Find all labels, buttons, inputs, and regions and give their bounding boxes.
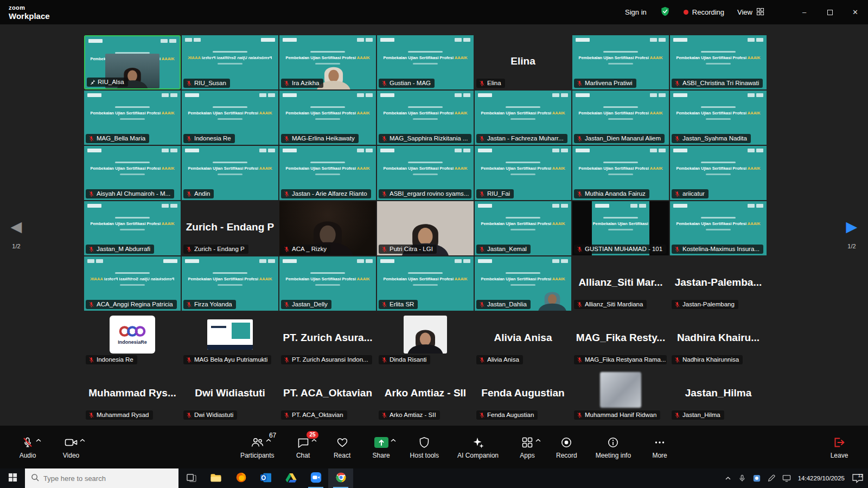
participant-tile-mag-bella-maria[interactable]: Pembekalan Ujian Sertifikasi Profesi AAA…	[84, 91, 181, 145]
participant-tile-pt-zurich-asuransi-indon[interactable]: PT. Zurich Asura...PT. Zurich Asuransi I…	[279, 312, 376, 366]
chevron-up-icon[interactable]	[80, 439, 85, 442]
participant-tile-mag-fika-restyana-rama[interactable]: MAG_Fika Resty...MAG_Fika Restyana Rama.…	[572, 312, 669, 366]
participant-tile-andin[interactable]: Pembekalan Ujian Sertifikasi Profesi AAA…	[182, 146, 278, 200]
maximize-button[interactable]	[817, 0, 843, 24]
participant-tile-dinda-risanti[interactable]: Dinda Risanti	[377, 312, 474, 366]
participant-tile-dwi-widiastuti[interactable]: Dwi WidiastutiDwi Widiastuti	[182, 367, 278, 421]
participant-tile-aca-rizky[interactable]: ACA _ Rizky	[279, 201, 376, 255]
participant-tile-pt-aca-oktavian[interactable]: PT. ACA_OktavianPT. ACA_Oktavian	[279, 367, 376, 421]
chevron-up-icon[interactable]	[535, 439, 541, 442]
toolbar-leave-button[interactable]: Leave	[825, 435, 854, 459]
participant-tile-kostelina-maximus-insura[interactable]: Pembekalan Ujian Sertifikasi Profesi AAA…	[670, 201, 767, 255]
participant-tile-gustian-mag[interactable]: Pembekalan Ujian Sertifikasi Profesi AAA…	[377, 35, 474, 89]
view-button[interactable]: View	[737, 8, 764, 17]
tray-mic-icon[interactable]	[738, 474, 746, 482]
file-explorer-button[interactable]	[203, 468, 228, 488]
participant-tile-firza-yolanda[interactable]: Pembekalan Ujian Sertifikasi Profesi AAA…	[182, 256, 278, 311]
zoom-app-button[interactable]	[303, 468, 328, 488]
participant-tile-jastan-kemal[interactable]: Pembekalan Ujian Sertifikasi Profesi AAA…	[475, 201, 571, 255]
participant-tile-ariicatur[interactable]: Pembekalan Ujian Sertifikasi Profesi AAA…	[670, 146, 767, 200]
participant-name: RIU_Alsa	[98, 79, 124, 85]
participant-tile-ira-azikha[interactable]: Pembekalan Ujian Sertifikasi Profesi AAA…	[279, 35, 376, 89]
participant-tile-gustian-muhamad-101[interactable]: Pembekalan Ujian Sertifikasi Profesi AAA…	[572, 201, 669, 255]
participant-tile-alivia-anisa[interactable]: Alivia AnisaAlivia Anisa	[475, 312, 571, 366]
participant-tile-jastan-delly[interactable]: Pembekalan Ujian Sertifikasi Profesi AAA…	[279, 256, 376, 311]
task-view-button[interactable]	[178, 468, 203, 488]
toolbar-react-button[interactable]: React	[328, 435, 357, 459]
slide-logo-icon	[259, 149, 266, 152]
chrome-button[interactable]	[328, 468, 353, 488]
google-drive-button[interactable]	[278, 468, 303, 488]
toolbar-audio-button[interactable]: Audio	[13, 435, 42, 459]
participant-tile-zurich-endang-p[interactable]: Zurich - Endang PZurich - Endang P	[182, 201, 278, 255]
participant-tile-muhammad-rysad[interactable]: Muhammad Rys...Muhammad Rysad	[84, 367, 181, 421]
toolbar-video-button[interactable]: Video	[56, 435, 86, 459]
toolbar-chat-button[interactable]: 25Chat	[289, 435, 318, 459]
participant-tile-putri-citra-lgi[interactable]: Putri Citra - LGI	[377, 201, 474, 255]
participant-tile-jastan-arie-alfarez-rianto[interactable]: Pembekalan Ujian Sertifikasi Profesi AAA…	[279, 146, 376, 200]
participant-tile-jastan-fachreza-muharr[interactable]: Pembekalan Ujian Sertifikasi Profesi AAA…	[475, 91, 571, 145]
participant-tile-elina[interactable]: ElinaElina	[475, 35, 571, 89]
participant-tile-jastan-syahma-nadita[interactable]: Pembekalan Ujian Sertifikasi Profesi AAA…	[670, 91, 767, 145]
participant-tile-marlivena-pratiwi[interactable]: Pembekalan Ujian Sertifikasi Profesi AAA…	[572, 35, 669, 89]
participant-tile-erlita-sr[interactable]: Pembekalan Ujian Sertifikasi Profesi AAA…	[377, 256, 474, 311]
toolbar-participants-button[interactable]: 67Participants	[236, 435, 279, 459]
participant-tile-arko-amtiaz-sii[interactable]: Arko Amtiaz - SIIArko Amtiaz - SII	[377, 367, 474, 421]
participant-name-label: Jastan_Dien Manarul Aliem	[574, 134, 665, 143]
participant-tile-riu-alsa[interactable]: Pembekalan Ujian Sertifikasi Profesi AAA…	[84, 35, 181, 89]
firefox-button[interactable]	[228, 468, 253, 488]
participant-tile-indonesia-re[interactable]: Pembekalan Ujian Sertifikasi Profesi AAA…	[182, 91, 278, 145]
tray-expand-chevron-icon[interactable]	[725, 476, 731, 480]
participant-tile-muhammad-hanif-ridwan[interactable]: Muhammad Hanif Ridwan	[572, 367, 669, 421]
toolbar-more-button[interactable]: More	[645, 435, 674, 459]
chevron-up-icon[interactable]	[311, 439, 317, 442]
taskbar-search[interactable]	[25, 468, 178, 488]
participant-tile-jastan-palembang[interactable]: Jastan-Palemba...Jastan-Palembang	[670, 256, 767, 311]
tray-app-icon[interactable]	[753, 474, 761, 482]
slide-title: Pembekalan Ujian Sertifikasi Profesi AAA…	[573, 166, 668, 171]
previous-page-arrow-icon[interactable]: ◀	[4, 220, 28, 234]
participant-tile-jastan-hilma[interactable]: Jastan_HilmaJastan_Hilma	[670, 367, 767, 421]
tray-display-icon[interactable]	[782, 474, 791, 482]
search-input[interactable]	[43, 474, 163, 483]
toolbar-ai-companion-button[interactable]: AI Companion	[453, 435, 503, 459]
participant-tile-aca-anggi-regina-patricia[interactable]: Pembekalan Ujian Sertifikasi Profesi AAA…	[84, 256, 181, 311]
outlook-button[interactable]	[253, 468, 278, 488]
participant-tile-nadhira-khairunnisa[interactable]: Nadhira Khairu...Nadhira Khairunnisa	[670, 312, 767, 366]
participant-tile-jastan-dahlia[interactable]: Pembekalan Ujian Sertifikasi Profesi AAA…	[475, 256, 571, 311]
participant-tile-mag-erlina-heikawaty[interactable]: Pembekalan Ujian Sertifikasi Profesi AAA…	[279, 91, 376, 145]
close-button[interactable]: ✕	[843, 0, 868, 24]
participant-tile-asbi-ergard-rovino-syams[interactable]: Pembekalan Ujian Sertifikasi Profesi AAA…	[377, 146, 474, 200]
next-page-arrow-icon[interactable]: ▶	[840, 220, 864, 234]
sign-in-button[interactable]: Sign in	[625, 8, 647, 16]
participant-tile-mag-bela-ayu-putriamukti[interactable]: MAG Bela Ayu Putriamukti	[182, 312, 278, 366]
participant-tile-fenda-augustian[interactable]: Fenda AugustianFenda Augustian	[475, 367, 571, 421]
participant-tile-jastan-m-abdurrafi[interactable]: Pembekalan Ujian Sertifikasi Profesi AAA…	[84, 201, 181, 255]
participant-tile-jastan-dien-manarul-aliem[interactable]: Pembekalan Ujian Sertifikasi Profesi AAA…	[572, 91, 669, 145]
chevron-up-icon[interactable]	[391, 439, 396, 442]
participant-tile-asbi-christina-tri-rinawati[interactable]: Pembekalan Ujian Sertifikasi Profesi AAA…	[670, 35, 767, 89]
tray-pen-icon[interactable]	[768, 474, 775, 482]
participant-tile-riu-fai[interactable]: Pembekalan Ujian Sertifikasi Profesi AAA…	[475, 146, 571, 200]
participant-tile-allianz-siti-mardiana[interactable]: Allianz_Siti Mar...Allianz_Siti Mardiana	[572, 256, 669, 311]
chevron-up-icon[interactable]	[36, 439, 41, 442]
toolbar-host-tools-button[interactable]: Host tools	[406, 435, 443, 459]
toolbar-label: Chat	[296, 452, 310, 459]
start-button[interactable]	[0, 468, 25, 488]
participant-name: Jastan_Hilma	[682, 412, 720, 418]
participant-tile-aisyah-al-chumairoh-m[interactable]: Pembekalan Ujian Sertifikasi Profesi AAA…	[84, 146, 181, 200]
participant-tile-indonesia-re[interactable]: IndonesiaReIndonesia Re	[84, 312, 181, 366]
participant-name-label: ASBI_Christina Tri Rinawati	[672, 79, 763, 88]
toolbar-meeting-info-button[interactable]: Meeting info	[591, 435, 635, 459]
window-titlebar: zoom Workplace Sign in Recording View – …	[0, 0, 868, 24]
participant-tile-mag-sapphira-rizkitania[interactable]: Pembekalan Ujian Sertifikasi Profesi AAA…	[377, 91, 474, 145]
minimize-button[interactable]: –	[792, 0, 817, 24]
security-shield-icon[interactable]	[660, 6, 671, 18]
participant-tile-riu-susan[interactable]: Pembekalan Ujian Sertifikasi Profesi AAA…	[182, 35, 278, 89]
toolbar-apps-button[interactable]: Apps	[513, 435, 542, 459]
participant-tile-muthia-ananda-fairuz[interactable]: Pembekalan Ujian Sertifikasi Profesi AAA…	[572, 146, 669, 200]
toolbar-record-button[interactable]: Record	[552, 435, 582, 459]
slide-logo-icon	[455, 38, 462, 42]
toolbar-share-button[interactable]: Share	[367, 435, 396, 459]
notification-center-button[interactable]: 12	[852, 473, 864, 483]
